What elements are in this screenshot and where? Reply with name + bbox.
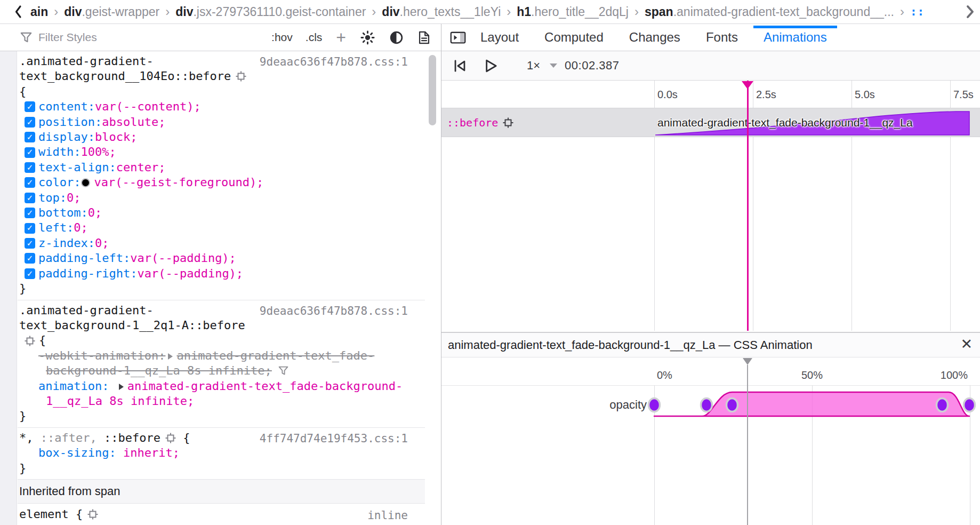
keyframe-dot[interactable] — [964, 399, 975, 412]
property-name[interactable]: padding-left: — [38, 251, 130, 266]
breadcrumb-item-span-background[interactable]: span.animated-gradient-text_background__… — [645, 5, 894, 19]
detail-playhead[interactable] — [747, 365, 748, 525]
toggle-hover-button[interactable]: :hov — [271, 31, 293, 44]
dark-theme-icon[interactable] — [389, 30, 404, 45]
declaration-checkbox[interactable] — [25, 208, 35, 218]
property-name[interactable]: width: — [38, 145, 81, 160]
property-name[interactable]: color: — [38, 175, 81, 190]
tab-computed[interactable]: Computed — [533, 24, 615, 51]
tab-layout[interactable]: Layout — [469, 24, 530, 51]
property-name[interactable]: text-align: — [38, 160, 116, 175]
property-value[interactable]: 0; — [67, 190, 81, 205]
breadcrumb-item-geist-container[interactable]: div.jsx-2797361110.geist-container — [175, 5, 366, 19]
property-value[interactable]: 100%; — [81, 145, 116, 160]
expand-triangle-icon[interactable] — [168, 353, 173, 360]
keyframe-dot[interactable] — [701, 399, 712, 412]
property-name[interactable]: position: — [38, 115, 102, 130]
tab-animations[interactable]: Animations — [752, 24, 838, 51]
expand-triangle-icon[interactable] — [119, 384, 124, 390]
css-declaration: top: 0; — [18, 190, 425, 205]
property-name[interactable]: z-index: — [38, 236, 95, 251]
property-name[interactable]: left: — [38, 220, 74, 235]
property-value[interactable]: var(--geist-foreground); — [94, 175, 263, 190]
timeline-playhead[interactable] — [747, 81, 749, 331]
tab-fonts[interactable]: Fonts — [695, 24, 749, 51]
rule-selector[interactable]: text_background-1__2q1-A::before — [18, 318, 425, 333]
property-value[interactable]: var(--padding); — [130, 251, 236, 266]
declaration-checkbox[interactable] — [25, 117, 35, 128]
property-value[interactable]: var(--padding); — [137, 266, 243, 281]
detail-playhead-handle[interactable] — [743, 358, 752, 365]
property-value[interactable]: 0; — [88, 205, 102, 220]
stylesheet-source-link[interactable]: 4ff747d74e19f453.css:1 — [260, 431, 408, 446]
breadcrumb-item-main[interactable]: ain — [30, 5, 48, 19]
property-name[interactable]: bottom: — [38, 205, 88, 220]
declaration-checkbox[interactable] — [25, 253, 35, 264]
rewind-button[interactable] — [452, 58, 468, 74]
property-value[interactable]: 0; — [74, 220, 88, 235]
css-declaration-animation[interactable]: animation:animated-gradient-text_fade-ba… — [18, 379, 425, 394]
highlight-target-icon[interactable] — [87, 509, 98, 520]
stylesheet-source-link[interactable]: 9deaac636f47b878.css:1 — [260, 304, 408, 319]
light-theme-icon[interactable] — [360, 30, 375, 45]
color-swatch[interactable] — [81, 178, 90, 187]
overridden-filter-icon[interactable] — [278, 366, 288, 376]
declaration-checkbox[interactable] — [25, 162, 35, 173]
css-declaration-overridden[interactable]: -webkit-animation:animated-gradient-text… — [18, 348, 425, 363]
sidebar-toggle-icon[interactable] — [450, 31, 466, 44]
highlight-target-icon[interactable] — [25, 336, 35, 346]
keyframe-dot[interactable] — [937, 399, 948, 412]
animation-timeline[interactable]: 0.0s 2.5s 5.0s 7.5s ::before animated-gr… — [441, 81, 980, 332]
rule-selector[interactable]: text_background__104Eo::before — [18, 69, 425, 84]
animation-track-row[interactable]: ::before animated-gradient-text_fade-bac… — [441, 108, 980, 137]
property-name[interactable]: display: — [38, 130, 95, 145]
tab-changes[interactable]: Changes — [618, 24, 692, 51]
filter-styles-input[interactable] — [38, 31, 172, 44]
keyframe-dot[interactable] — [727, 399, 738, 412]
styles-scrollbar-thumb[interactable] — [429, 55, 436, 125]
percent-tick-label: 100% — [941, 369, 968, 381]
declaration-checkbox[interactable] — [25, 238, 35, 249]
highlight-target-icon[interactable] — [503, 117, 513, 128]
css-declaration[interactable]: box-sizing:inherit; — [18, 446, 425, 460]
declaration-checkbox[interactable] — [25, 132, 35, 142]
breadcrumb-scroll-left-button[interactable] — [14, 5, 22, 19]
property-value[interactable]: center; — [116, 160, 166, 175]
property-name[interactable]: content: — [38, 99, 95, 114]
property-value[interactable]: block; — [95, 130, 137, 145]
opacity-keyframes-graph[interactable] — [644, 386, 980, 428]
sidebar-tabs: Layout Computed Changes Fonts Animations — [441, 24, 980, 51]
declaration-checkbox[interactable] — [25, 147, 35, 158]
rule-selector[interactable]: element — [19, 507, 69, 521]
rate-dropdown-caret-icon[interactable] — [550, 63, 557, 68]
timeline-playhead-handle[interactable] — [742, 81, 753, 89]
property-value[interactable]: absolute; — [102, 115, 165, 130]
breadcrumb-item-hero-title[interactable]: h1.hero_title__2dqLj — [517, 5, 629, 19]
keyframe-dot[interactable] — [649, 399, 660, 412]
stylesheet-source-link[interactable]: 9deaac636f47b878.css:1 — [260, 54, 408, 69]
declaration-checkbox[interactable] — [25, 101, 35, 112]
close-brace: } — [18, 461, 425, 476]
highlight-target-icon[interactable] — [165, 433, 176, 443]
playback-rate-selector[interactable]: 1× — [527, 59, 540, 73]
property-name[interactable]: padding-right: — [38, 266, 137, 281]
highlight-target-icon[interactable] — [236, 71, 246, 82]
declaration-checkbox[interactable] — [25, 268, 35, 279]
breadcrumb-item-before-pseudo[interactable]: :: — [910, 5, 925, 18]
add-rule-button[interactable]: + — [336, 32, 346, 43]
css-rule-universal: 4ff747d74e19f453.css:1 *, ::after, ::bef… — [18, 428, 425, 480]
property-value[interactable]: 0; — [95, 236, 109, 251]
play-button[interactable] — [484, 58, 498, 74]
toggle-classes-button[interactable]: .cls — [306, 31, 323, 44]
breadcrumb-item-geist-wrapper[interactable]: div.geist-wrapper — [64, 5, 159, 19]
breadcrumb-scroll-right-button[interactable] — [966, 4, 975, 19]
stylesheet-document-icon[interactable] — [418, 30, 430, 45]
property-name[interactable]: top: — [38, 190, 67, 205]
close-icon[interactable] — [960, 336, 973, 352]
property-value[interactable]: var(--content); — [95, 99, 201, 114]
breadcrumb-item-hero-texts[interactable]: div.hero_texts__1leYi — [382, 5, 501, 19]
animation-target-label[interactable]: ::before — [447, 108, 513, 137]
declaration-checkbox[interactable] — [25, 193, 35, 203]
declaration-checkbox[interactable] — [25, 223, 35, 234]
declaration-checkbox[interactable] — [25, 177, 35, 188]
